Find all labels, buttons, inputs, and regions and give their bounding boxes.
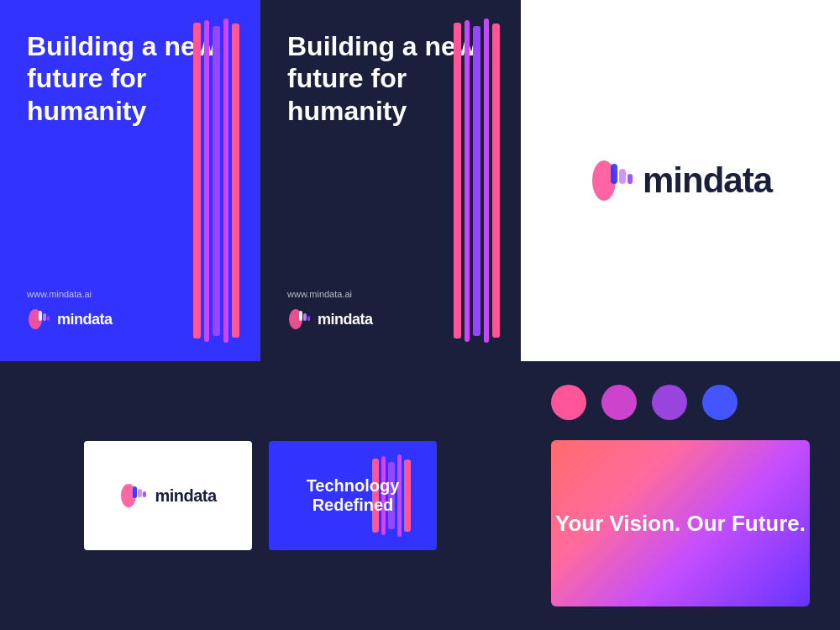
barcode-dark bbox=[445, 0, 521, 361]
barcode-blue bbox=[185, 0, 260, 361]
svg-rect-7 bbox=[307, 316, 310, 321]
dot-blue bbox=[702, 385, 738, 420]
svg-rect-9 bbox=[611, 164, 617, 184]
brand-name-white-large: mindata bbox=[643, 160, 772, 201]
svg-rect-2 bbox=[43, 313, 46, 321]
svg-rect-10 bbox=[619, 169, 626, 184]
logo-icon-dark bbox=[287, 307, 311, 331]
svg-rect-13 bbox=[133, 486, 137, 498]
logo-icon-white-large bbox=[589, 157, 636, 204]
tech-redefined-label: Technology Redefined bbox=[269, 476, 437, 515]
svg-rect-14 bbox=[138, 489, 142, 497]
dot-purple-mid bbox=[652, 385, 687, 420]
svg-rect-11 bbox=[627, 174, 633, 184]
logo-icon-card-white bbox=[119, 482, 146, 509]
brand-name-blue: mindata bbox=[57, 311, 113, 328]
svg-rect-3 bbox=[47, 316, 50, 321]
card-blue-top: Building a new future for humanity www.m… bbox=[0, 0, 260, 361]
dot-pink bbox=[551, 385, 586, 420]
brand-name-card-white: mindata bbox=[155, 486, 216, 506]
svg-rect-5 bbox=[299, 311, 302, 321]
bottom-right-panel: Your Vision. Our Future. bbox=[521, 361, 840, 630]
logo-card-white: mindata bbox=[84, 441, 252, 550]
logo-card-blue-tech: Technology Redefined bbox=[269, 441, 437, 550]
logo-white-large: mindata bbox=[589, 157, 772, 204]
card-dark-top: Building a new future for humanity www.m… bbox=[260, 0, 521, 361]
bottom-left-panel: mindata Technology Redefined bbox=[0, 361, 521, 630]
svg-rect-6 bbox=[303, 313, 307, 321]
dot-purple-light bbox=[601, 385, 637, 420]
gradient-vision-card: Your Vision. Our Future. bbox=[551, 440, 810, 606]
card-white-top: mindata bbox=[521, 0, 840, 361]
svg-rect-15 bbox=[143, 491, 146, 497]
svg-rect-1 bbox=[39, 311, 42, 321]
brand-name-dark: mindata bbox=[318, 311, 373, 328]
color-palette bbox=[551, 385, 810, 420]
logo-icon-blue bbox=[27, 307, 50, 331]
main-grid: Building a new future for humanity www.m… bbox=[0, 0, 840, 630]
vision-label: Your Vision. Our Future. bbox=[555, 511, 806, 537]
